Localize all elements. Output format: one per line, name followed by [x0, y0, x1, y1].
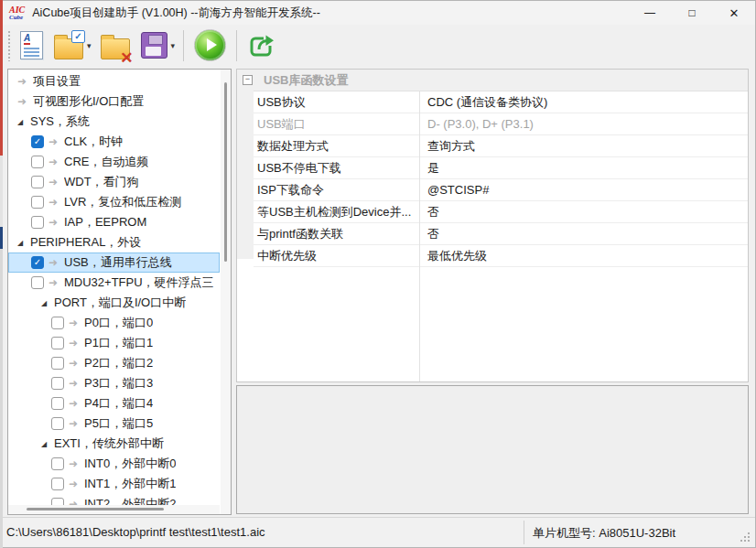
property-row: 数据处理方式查询方式	[254, 135, 748, 157]
tree-expanded-icon[interactable]: ◢	[17, 118, 30, 126]
export-icon	[247, 32, 276, 59]
tree-arrow-icon: ➜	[49, 135, 64, 148]
property-row: ISP下载命令@STCISP#	[254, 179, 748, 201]
tree-expanded-icon[interactable]: ◢	[17, 239, 30, 247]
tree-item-label: SYS，系统	[30, 113, 90, 130]
tree-item[interactable]: ◢PERIPHERAL，外设	[8, 232, 220, 253]
tree-item[interactable]: ➜INT1，外部中断1	[8, 474, 220, 494]
desktop-edge-sliver	[0, 0, 3, 548]
tree-item[interactable]: ➜项目设置	[8, 71, 220, 91]
tree-expanded-icon[interactable]: ◢	[41, 440, 54, 448]
save-project-button[interactable]	[135, 27, 173, 65]
checkbox-unchecked[interactable]	[31, 156, 44, 168]
tree-item[interactable]: ➜可视图形化I/O口配置	[8, 91, 220, 112]
tree-item[interactable]: ➜P3口，端口3	[8, 373, 220, 393]
tree-item[interactable]: ✓➜CLK，时钟	[8, 132, 220, 152]
property-name: USB端口	[254, 116, 419, 133]
property-grid-column-divider[interactable]	[419, 91, 420, 381]
tree-arrow-icon: ➜	[49, 156, 64, 168]
close-project-button[interactable]: ✕	[95, 27, 135, 65]
property-name: USB协议	[254, 94, 419, 111]
property-value[interactable]: CDC (通信设备类协议)	[419, 94, 748, 111]
tree-arrow-icon: ➜	[17, 75, 33, 88]
checkbox-unchecked[interactable]	[51, 357, 64, 370]
open-project-button[interactable]: ✓	[49, 27, 89, 65]
tree-item[interactable]: ➜IAP，EEPROM	[8, 212, 220, 232]
checkbox-unchecked[interactable]	[31, 276, 44, 289]
tree-item[interactable]: ➜P1口，端口1	[8, 333, 220, 353]
status-bar-separator	[524, 521, 524, 544]
checkbox-unchecked[interactable]	[51, 457, 64, 470]
checkbox-unchecked[interactable]	[51, 317, 64, 329]
property-rows: USB协议CDC (通信设备类协议)USB端口D- (P3.0), D+ (P3…	[237, 91, 748, 267]
checkbox-checked[interactable]: ✓	[31, 256, 44, 269]
property-value[interactable]: 否	[419, 204, 748, 220]
property-value[interactable]: @STCISP#	[419, 183, 748, 197]
tree-item-label: EXTI，传统外部中断	[54, 435, 164, 452]
property-row: 与printf函数关联否	[254, 223, 748, 245]
checkbox-unchecked[interactable]	[31, 176, 44, 188]
tree-horizontal-scrollbar-thumb[interactable]	[27, 508, 164, 510]
tree-vertical-scrollbar-thumb[interactable]	[224, 82, 227, 262]
checkbox-unchecked[interactable]	[51, 397, 64, 410]
close-button[interactable]: ✕	[713, 1, 755, 25]
property-row: 中断优先级最低优先级	[254, 245, 748, 267]
tree-item[interactable]: ➜INT0，外部中断0	[8, 454, 220, 474]
tree-item[interactable]: ➜P5口，端口5	[8, 414, 220, 434]
checkbox-unchecked[interactable]	[31, 196, 44, 209]
toolbar-buttons: A✓▾✕▾	[15, 27, 282, 65]
resize-grip[interactable]	[740, 532, 742, 534]
toolbar-grip[interactable]	[7, 30, 11, 61]
tree-vertical-scrollbar[interactable]	[221, 70, 231, 514]
property-name: 数据处理方式	[254, 138, 419, 155]
export-code-button[interactable]	[242, 27, 282, 65]
new-project-button[interactable]: A	[15, 27, 49, 65]
collapse-icon[interactable]: −	[243, 75, 253, 85]
tree-item[interactable]: ◢PORT，端口及I/O口中断	[8, 293, 220, 313]
property-value[interactable]: 查询方式	[419, 138, 748, 155]
tree-item-label: INT1，外部中断1	[84, 476, 176, 492]
tree-arrow-icon: ➜	[49, 176, 64, 188]
tree-expanded-icon[interactable]: ◢	[41, 299, 54, 307]
save-floppy-icon	[141, 32, 167, 59]
tree-item[interactable]: ➜P0口，端口0	[8, 313, 220, 333]
property-group-header[interactable]: − USB库函数设置	[237, 70, 748, 91]
tree-item-label: 可视图形化I/O口配置	[33, 93, 144, 110]
checkbox-unchecked[interactable]	[51, 478, 64, 490]
property-value[interactable]: 最低优先级	[419, 248, 748, 264]
open-project-dropdown-arrow[interactable]: ▾	[87, 41, 92, 50]
tree-item-label: PORT，端口及I/O口中断	[54, 295, 186, 311]
checkbox-unchecked[interactable]	[51, 417, 64, 430]
tree-item[interactable]: ◢EXTI，传统外部中断	[8, 434, 220, 454]
checkbox-unchecked[interactable]	[51, 337, 64, 349]
property-row: USB端口D- (P3.0), D+ (P3.1)	[254, 113, 748, 135]
tree-horizontal-scrollbar[interactable]	[8, 505, 220, 514]
tree-item[interactable]: ➜LVR，复位和低压检测	[8, 192, 220, 212]
checkbox-unchecked[interactable]	[51, 377, 64, 390]
tree-item[interactable]: ➜P2口，端口2	[8, 353, 220, 373]
tree-arrow-icon: ➜	[49, 256, 64, 269]
play-icon	[194, 29, 226, 61]
description-panel	[236, 385, 749, 514]
tree-item[interactable]: ✓➜USB，通用串行总线	[8, 253, 220, 273]
property-value[interactable]: 否	[419, 226, 748, 242]
property-value[interactable]: 是	[419, 160, 748, 177]
maximize-button[interactable]: □	[671, 1, 713, 25]
tree-item[interactable]: ➜WDT，看门狗	[8, 172, 220, 192]
document-icon: A	[20, 31, 43, 59]
tree-item[interactable]: ➜MDU32+TFPU，硬件浮点三	[8, 273, 220, 293]
property-value[interactable]: D- (P3.0), D+ (P3.1)	[419, 117, 748, 131]
tree-item[interactable]: ◢SYS，系统	[8, 112, 220, 132]
checkbox-unchecked[interactable]	[31, 216, 44, 229]
tree-arrow-icon: ➜	[17, 95, 33, 108]
tree-item[interactable]: ➜P4口，端口4	[8, 393, 220, 414]
tree-arrow-icon: ➜	[49, 276, 64, 289]
save-project-dropdown-arrow[interactable]: ▾	[171, 41, 176, 50]
mcu-model-label: 单片机型号: Ai8051U-32Bit	[533, 525, 675, 542]
minimize-button[interactable]: —	[629, 1, 671, 25]
property-name: 与printf函数关联	[254, 226, 419, 242]
tree-item[interactable]: ➜CRE，自动追频	[8, 152, 220, 172]
checkbox-checked[interactable]: ✓	[31, 135, 44, 148]
folder-close-icon: ✕	[101, 38, 130, 59]
run-generate-button[interactable]	[189, 27, 232, 65]
